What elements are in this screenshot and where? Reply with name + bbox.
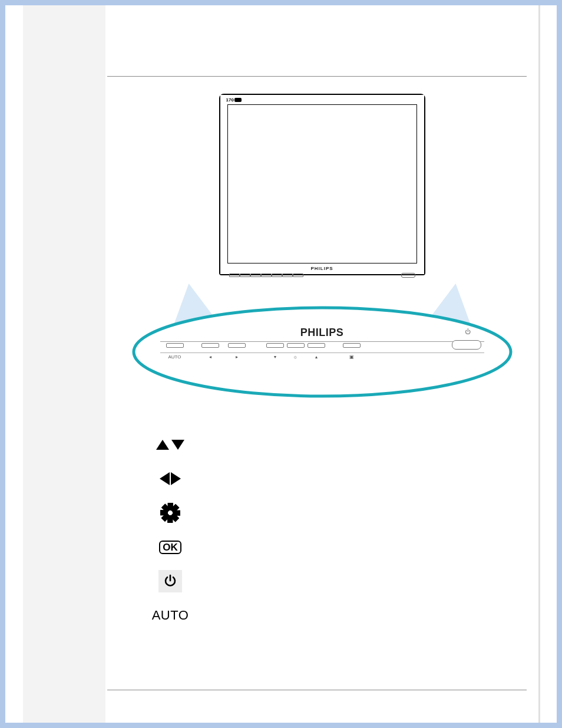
right-button[interactable]: [228, 343, 246, 348]
left-sidebar: [23, 5, 105, 723]
front-buttons-zoom: [160, 341, 484, 353]
brightness-icon: [153, 496, 188, 530]
zoom-panel: PHILIPS ⏻ AUTO ◂ ▸ ▾ ☼ ▴ ▣: [128, 282, 517, 394]
ok-icon: OK: [153, 530, 188, 564]
brand-label-small: PHILIPS: [220, 266, 424, 271]
auto-button[interactable]: [166, 343, 184, 348]
model-number: 170: [226, 97, 234, 103]
document-page: 170 PHILIPS PHILIPS: [5, 5, 557, 723]
monitor-bezel: 170 PHILIPS: [219, 94, 425, 275]
down-button[interactable]: [266, 343, 284, 348]
auto-label: AUTO: [152, 608, 189, 623]
model-badge: 170: [226, 97, 242, 103]
divider-bottom: [107, 690, 527, 690]
right-margin-rule: [538, 5, 540, 723]
power-indicator-icon: ⏻: [465, 328, 471, 335]
left-button[interactable]: [201, 343, 219, 348]
up-button[interactable]: [308, 343, 325, 348]
icon-legend-list: OK AUTO: [153, 427, 188, 633]
power-button[interactable]: [452, 340, 481, 350]
front-buttons-small: [229, 273, 415, 278]
ok-menu-button[interactable]: [343, 343, 361, 348]
monitor-diagram: 170 PHILIPS PHILIPS: [175, 94, 470, 275]
brightness-button-label: ☼: [293, 354, 297, 360]
right-button-label: ▸: [236, 354, 238, 360]
ok-label: OK: [159, 541, 181, 554]
brightness-button[interactable]: [287, 343, 305, 348]
down-button-label: ▾: [274, 354, 276, 360]
divider-top: [107, 76, 527, 77]
left-button-label: ◂: [209, 354, 211, 360]
auto-icon: AUTO: [153, 598, 188, 633]
auto-button-label: AUTO: [168, 354, 181, 360]
content-area: 170 PHILIPS PHILIPS: [105, 5, 538, 723]
left-right-arrows-icon: [153, 462, 188, 496]
brand-label-panel: PHILIPS: [128, 327, 517, 339]
up-button-label: ▴: [315, 354, 318, 360]
menu-button-label: ▣: [349, 354, 354, 360]
up-down-arrows-icon: [153, 427, 188, 462]
monitor-screen: [227, 104, 417, 263]
power-icon: [153, 564, 188, 598]
